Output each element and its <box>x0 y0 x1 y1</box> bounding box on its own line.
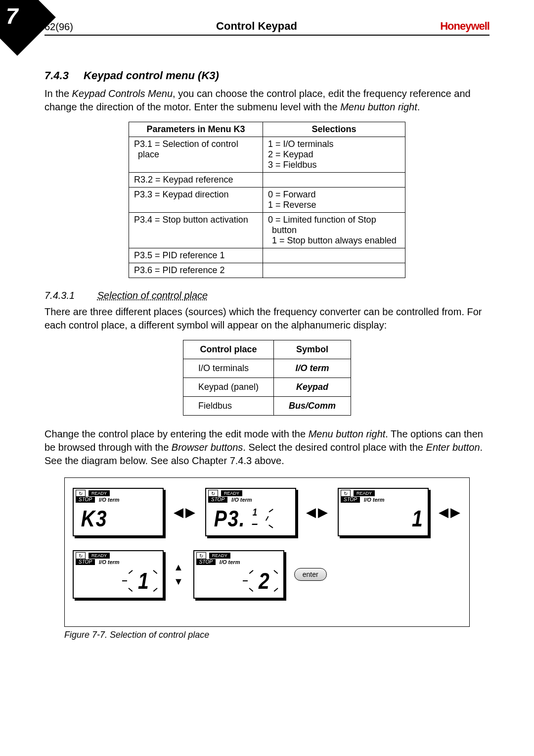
parm-cell: R3.2 = Keypad reference <box>129 173 263 188</box>
section-7431-para: There are three different places (source… <box>44 305 490 332</box>
em-menu-name: Keypad Controls Menu <box>72 88 173 99</box>
figure-caption: Figure 7-7. Selection of control place <box>64 630 490 640</box>
tick-decorations <box>152 569 160 592</box>
table-row: P3.1 = Selection of control place 1 = I/… <box>129 137 405 173</box>
table-row: P3.4 = Stop button activation 0 = Limite… <box>129 213 405 248</box>
sel-cell <box>263 173 405 188</box>
nav-up-down-icon: ▲▼ <box>174 562 183 587</box>
ctrl-cell: Fieldbus <box>183 397 273 416</box>
em-button-right: Menu button right <box>340 101 417 112</box>
ready-tag: READY <box>221 490 242 496</box>
header-title: Control Keypad <box>216 20 297 33</box>
page-content: 7.4.3 Keypad control menu (K3) In the Ke… <box>44 59 490 640</box>
ready-tag: READY <box>354 490 375 496</box>
ioterm-label: I/O term <box>364 497 385 503</box>
ready-tag: READY <box>89 490 110 496</box>
sym-cell: Keypad <box>274 378 351 397</box>
tick-decorations <box>262 507 275 530</box>
lcd-panel-p3: ↻ READY STOP I/O term P3. 1 – <box>205 488 296 536</box>
diagram-row-top: ↻ READY STOP I/O term K3 ◀▶ ↻ READY <box>73 488 461 536</box>
stop-tag: STOP <box>208 497 227 503</box>
rotation-icon: ↻ <box>76 552 86 559</box>
txt: Change the control place by entering the… <box>44 428 309 439</box>
sel-cell <box>263 248 405 263</box>
lcd-panel-one-blink: ↻ READY STOP I/O term 1 <box>73 550 164 599</box>
parm-cell: P3.1 = Selection of control place <box>129 137 263 173</box>
lcd-panel-k3: ↻ READY STOP I/O term K3 <box>73 488 164 536</box>
ioterm-label: I/O term <box>231 497 252 503</box>
txt: In the <box>44 88 72 99</box>
section-7431-heading: 7.4.3.1 Selection of control place <box>44 290 490 301</box>
sym-cell: I/O term <box>274 359 351 378</box>
page-header: 62(96) Control Keypad Honeywell <box>44 20 490 36</box>
diagram-row-bottom: ↻ READY STOP I/O term 1 <box>73 550 461 599</box>
rotation-icon: ↻ <box>76 490 86 497</box>
sym-cell: Bus/Comm <box>274 397 351 416</box>
parms-header-1: Parameters in Menu K3 <box>129 122 263 137</box>
txt: . <box>417 101 420 112</box>
em-browser-buttons: Browser buttons <box>172 442 243 453</box>
parm-cell: P3.6 = PID reference 2 <box>129 263 263 278</box>
sel-cell: 0 = Forward 1 = Reverse <box>263 188 405 213</box>
parameters-table: Parameters in Menu K3 Selections P3.1 = … <box>129 122 405 278</box>
parm-cell: P3.4 = Stop button activation <box>129 213 263 248</box>
table-row: I/O terminals I/O term <box>183 359 351 378</box>
stop-tag: STOP <box>76 497 95 503</box>
header-brand: Honeywell <box>440 20 490 33</box>
sym-header-2: Symbol <box>274 340 351 359</box>
section-743-heading: 7.4.3 Keypad control menu (K3) <box>44 69 490 82</box>
parm-cell: P3.3 = Keypad direction <box>129 188 263 213</box>
ctrl-cell: I/O terminals <box>183 359 273 378</box>
ioterm-label: I/O term <box>220 559 240 565</box>
section-743-title: Keypad control menu (K3) <box>84 69 219 82</box>
table-row: P3.6 = PID reference 2 <box>129 263 405 278</box>
stop-tag: STOP <box>341 497 360 503</box>
lcd-panel-one: ↻ READY STOP I/O term 1 <box>338 488 429 536</box>
sym-header-1: Control place <box>183 340 273 359</box>
tick-decorations <box>272 569 280 592</box>
section-743-num: 7.4.3 <box>44 69 69 82</box>
sel-cell <box>263 263 405 278</box>
enter-button: enter <box>294 568 327 581</box>
selection-diagram: ↻ READY STOP I/O term K3 ◀▶ ↻ READY <box>64 477 470 627</box>
table-row: P3.3 = Keypad direction 0 = Forward 1 = … <box>129 188 405 213</box>
seg-display-top-small: 1 <box>253 507 257 517</box>
symbol-table: Control place Symbol I/O terminals I/O t… <box>183 340 351 416</box>
sel-cell: 0 = Limited function of Stop button 1 = … <box>263 213 405 248</box>
ioterm-label: I/O term <box>99 497 120 503</box>
nav-left-right-icon: ◀▶ <box>306 505 328 520</box>
header-left-page: 62(96) <box>44 21 73 33</box>
seg-display-p3: P3. <box>214 507 246 530</box>
rotation-icon: ↻ <box>341 490 351 497</box>
stop-tag: STOP <box>76 559 95 565</box>
nav-left-right-icon: ◀▶ <box>174 505 195 520</box>
sel-cell: 1 = I/O terminals 2 = Keypad 3 = Fieldbu… <box>263 137 405 173</box>
section-7431-num: 7.4.3.1 <box>44 290 75 301</box>
em-menu-right: Menu button right <box>309 428 386 439</box>
rotation-icon: ↻ <box>208 490 218 497</box>
table-row: Fieldbus Bus/Comm <box>183 397 351 416</box>
change-place-para: Change the control place by entering the… <box>44 427 490 468</box>
em-enter-button: Enter button <box>426 442 480 453</box>
rotation-icon: ↻ <box>196 552 206 559</box>
tick-decorations <box>119 569 136 592</box>
txt: . Select the desired control place with … <box>243 442 426 453</box>
table-row: Keypad (panel) Keypad <box>183 378 351 397</box>
ready-tag: READY <box>89 553 110 559</box>
ctrl-cell: Keypad (panel) <box>183 378 273 397</box>
table-row: R3.2 = Keypad reference <box>129 173 405 188</box>
section-743-intro: In the Keypad Controls Menu, you can cho… <box>44 87 490 114</box>
ioterm-label: I/O term <box>99 559 120 565</box>
chapter-number: 7 <box>6 4 18 29</box>
tick-decorations <box>240 569 257 592</box>
stop-tag: STOP <box>196 559 216 565</box>
seg-display-k3: K3 <box>81 507 107 530</box>
lcd-panel-two-blink: ↻ READY STOP I/O term 2 <box>193 550 284 599</box>
seg-display-dash: – <box>252 517 258 530</box>
seg-display-two: 2 <box>259 569 270 592</box>
ready-tag: READY <box>209 553 230 559</box>
parm-cell: P3.5 = PID reference 1 <box>129 248 263 263</box>
seg-display-one: 1 <box>138 569 149 592</box>
nav-left-right-icon: ◀▶ <box>439 505 460 520</box>
seg-display-one: 1 <box>412 507 423 530</box>
